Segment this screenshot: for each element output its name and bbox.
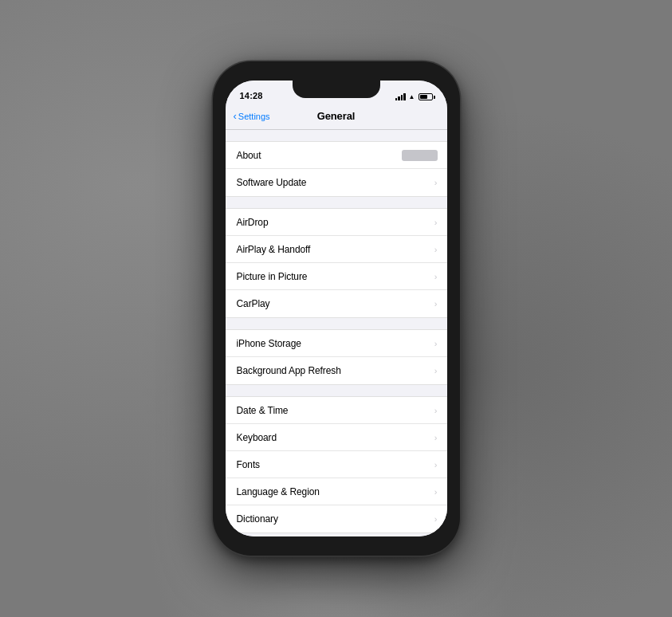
chevron-icon: › <box>434 433 438 442</box>
status-icons: ▲ <box>395 93 433 100</box>
settings-content: About Software Update › <box>226 130 447 536</box>
back-label: Settings <box>238 112 270 121</box>
phone-screen: 14:28 ▲ ‹ Se <box>226 81 447 536</box>
chevron-icon: › <box>434 245 438 254</box>
chevron-icon: › <box>434 272 438 281</box>
section-airdrop: AirDrop › AirPlay & Handoff › Picture in… <box>226 208 447 318</box>
chevron-icon: › <box>434 514 438 524</box>
list-item[interactable]: Keyboard › <box>226 424 447 451</box>
row-label: Background App Refresh <box>237 365 341 376</box>
row-label: AirDrop <box>237 217 269 228</box>
chevron-icon: › <box>434 178 438 187</box>
chevron-icon: › <box>434 487 438 497</box>
list-item[interactable]: Date & Time › <box>226 397 447 424</box>
chevron-icon: › <box>434 366 438 375</box>
status-time: 14:28 <box>240 91 263 100</box>
wifi-icon: ▲ <box>409 93 415 100</box>
row-label: Language & Region <box>237 486 320 497</box>
section-storage: iPhone Storage › Background App Refresh … <box>226 329 447 385</box>
chevron-icon: › <box>434 406 438 415</box>
list-item[interactable]: Language & Region › <box>226 478 447 505</box>
row-label: AirPlay & Handoff <box>237 244 311 255</box>
list-item[interactable]: Picture in Picture › <box>226 263 447 290</box>
list-item[interactable]: Background App Refresh › <box>226 357 447 384</box>
list-item[interactable]: AirDrop › <box>226 209 447 236</box>
list-item[interactable]: About <box>226 142 447 169</box>
row-label: About <box>237 150 261 161</box>
back-chevron-icon: ‹ <box>234 111 237 121</box>
row-label: Fonts <box>237 459 261 470</box>
chevron-icon: › <box>434 460 438 470</box>
about-value-badge <box>402 150 438 161</box>
signal-icon <box>395 93 406 100</box>
list-item[interactable]: Software Update › <box>226 169 447 196</box>
chevron-icon: › <box>434 339 438 348</box>
page-title: General <box>317 110 356 122</box>
battery-icon <box>419 93 433 100</box>
row-label: Keyboard <box>237 432 277 443</box>
list-item[interactable]: iPhone Storage › <box>226 330 447 357</box>
nav-bar: ‹ Settings General <box>226 103 447 130</box>
row-label: Picture in Picture <box>237 271 308 282</box>
row-label: Date & Time <box>237 405 289 416</box>
chevron-icon: › <box>434 299 438 308</box>
row-right <box>402 150 438 161</box>
list-item[interactable]: Dictionary › <box>226 505 447 533</box>
list-item[interactable]: AirPlay & Handoff › <box>226 236 447 263</box>
section-about-update: About Software Update › <box>226 141 447 197</box>
chevron-icon: › <box>434 218 438 227</box>
row-label: Dictionary <box>237 513 278 525</box>
phone-device: 14:28 ▲ ‹ Se <box>213 61 460 556</box>
notch <box>293 81 380 98</box>
list-item[interactable]: Fonts › <box>226 451 447 478</box>
list-item[interactable]: CarPlay › <box>226 290 447 317</box>
row-label: CarPlay <box>237 298 270 309</box>
row-label: Software Update <box>237 177 307 188</box>
section-datetime: Date & Time › Keyboard › Fonts › Languag… <box>226 396 447 533</box>
row-label: iPhone Storage <box>237 338 301 349</box>
back-button[interactable]: ‹ Settings <box>234 111 270 121</box>
row-right: › <box>434 178 438 187</box>
